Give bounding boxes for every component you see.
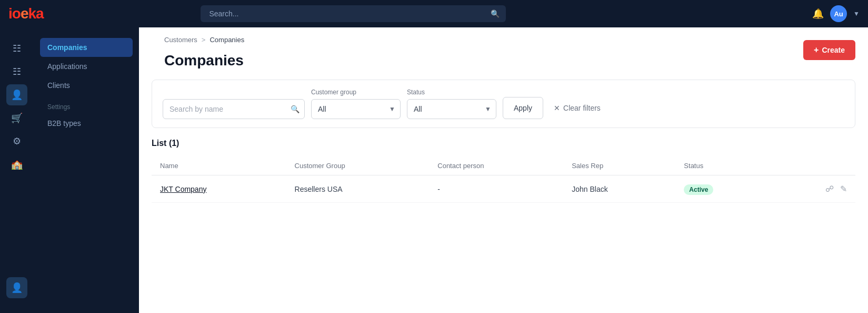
- status-badge: Active: [684, 184, 713, 195]
- sidebar: ☷ ☷ 👤 🛒 ⚙ 🏫 👤 Companies Applications Cli…: [0, 27, 139, 313]
- page-header-row: Customers > Companies Companies + Create: [139, 27, 868, 80]
- sidebar-item-clients[interactable]: Clients: [40, 76, 133, 95]
- avatar-chevron-icon: ▼: [853, 10, 860, 17]
- col-status: Status: [675, 156, 774, 175]
- avatar[interactable]: Au: [830, 5, 847, 22]
- global-search: 🔍: [201, 5, 506, 22]
- status-label: Status: [407, 89, 496, 96]
- create-button[interactable]: + Create: [803, 40, 855, 60]
- status-select-wrap: All ▼: [407, 99, 496, 119]
- nav-icon-users[interactable]: 👤: [6, 84, 27, 105]
- create-plus-icon: +: [814, 45, 819, 55]
- nav-icon-shop[interactable]: 🛒: [6, 107, 27, 129]
- topbar-right: 🔔 Au ▼: [812, 5, 860, 22]
- search-input-wrap: 🔍: [163, 99, 305, 119]
- clear-filters-button[interactable]: ✕ Clear filters: [550, 97, 605, 119]
- main-layout: ☷ ☷ 👤 🛒 ⚙ 🏫 👤 Companies Applications Cli…: [0, 27, 868, 313]
- cell-company-name: JKT Company: [152, 175, 286, 203]
- cell-status: Active: [675, 175, 774, 203]
- table-header: Name Customer Group Contact person Sales…: [152, 156, 855, 175]
- table-header-row: Name Customer Group Contact person Sales…: [152, 156, 855, 175]
- main-content: Customers > Companies Companies + Create: [139, 27, 868, 313]
- clear-filters-label: Clear filters: [563, 104, 601, 112]
- notifications-icon[interactable]: 🔔: [812, 8, 824, 19]
- page-title: Companies: [152, 48, 257, 80]
- logo-text: ioeka: [8, 5, 44, 22]
- cell-contact-person: -: [429, 175, 563, 203]
- status-filter: Status All ▼: [407, 89, 496, 119]
- list-section: List (1) Name Customer Group Contact per…: [139, 128, 868, 203]
- cell-sales-rep: John Black: [563, 175, 675, 203]
- search-input[interactable]: [163, 99, 305, 119]
- nav-icon-active-bottom[interactable]: 👤: [6, 277, 27, 298]
- customer-group-filter: Customer group All ▼: [311, 89, 401, 119]
- col-actions: [774, 156, 855, 175]
- nav-icon-list[interactable]: ☷: [6, 61, 27, 82]
- customer-group-select-wrap: All ▼: [311, 99, 401, 119]
- list-title: List (1): [152, 139, 855, 148]
- nav-icon-marketing[interactable]: 🏫: [6, 154, 27, 175]
- search-field-icon: 🔍: [291, 105, 300, 113]
- nav-icon-dashboard[interactable]: ☷: [6, 38, 27, 59]
- table-row: JKT Company Resellers USA - John Black A…: [152, 175, 855, 203]
- filter-row: 🔍 Customer group All ▼ Status: [163, 89, 844, 119]
- logo: ioeka: [8, 5, 44, 22]
- breadcrumb-companies: Companies: [209, 36, 244, 44]
- clear-filters-x-icon: ✕: [554, 104, 560, 112]
- sidebar-item-b2b-types[interactable]: B2B types: [40, 114, 133, 133]
- sidebar-item-companies[interactable]: Companies: [40, 38, 133, 57]
- customer-group-label: Customer group: [311, 89, 401, 96]
- topbar: ioeka 🔍 🔔 Au ▼: [0, 0, 868, 27]
- row-link-icon[interactable]: ☍: [825, 184, 834, 194]
- search-filter-group: 🔍: [163, 99, 305, 119]
- cell-actions: ☍ ✎: [774, 175, 855, 203]
- breadcrumb-separator: >: [202, 36, 206, 44]
- sidebar-menu: Companies Applications Clients Settings …: [34, 34, 139, 307]
- cell-customer-group: Resellers USA: [286, 175, 430, 203]
- customer-group-select[interactable]: All: [311, 99, 401, 119]
- col-customer-group: Customer Group: [286, 156, 430, 175]
- apply-button[interactable]: Apply: [503, 97, 543, 119]
- status-select[interactable]: All: [407, 99, 496, 119]
- nav-icon-settings[interactable]: ⚙: [6, 131, 27, 152]
- row-actions: ☍ ✎: [782, 184, 847, 194]
- sidebar-nav-icons: ☷ ☷ 👤 🛒 ⚙ 🏫 👤: [0, 34, 34, 307]
- global-search-icon: 🔍: [491, 9, 500, 18]
- breadcrumb-customers[interactable]: Customers: [164, 36, 197, 44]
- col-contact-person: Contact person: [429, 156, 563, 175]
- breadcrumb: Customers > Companies: [152, 27, 257, 48]
- create-button-label: Create: [822, 46, 845, 54]
- companies-table: Name Customer Group Contact person Sales…: [152, 156, 855, 203]
- filter-area: 🔍 Customer group All ▼ Status: [152, 80, 855, 128]
- settings-section-label: Settings: [40, 95, 133, 114]
- col-sales-rep: Sales Rep: [563, 156, 675, 175]
- col-name: Name: [152, 156, 286, 175]
- row-edit-icon[interactable]: ✎: [840, 184, 847, 194]
- company-link[interactable]: JKT Company: [160, 185, 206, 193]
- sidebar-item-applications[interactable]: Applications: [40, 57, 133, 76]
- global-search-input[interactable]: [201, 5, 506, 22]
- sidebar-inner: ☷ ☷ 👤 🛒 ⚙ 🏫 👤 Companies Applications Cli…: [0, 34, 139, 307]
- table-body: JKT Company Resellers USA - John Black A…: [152, 175, 855, 203]
